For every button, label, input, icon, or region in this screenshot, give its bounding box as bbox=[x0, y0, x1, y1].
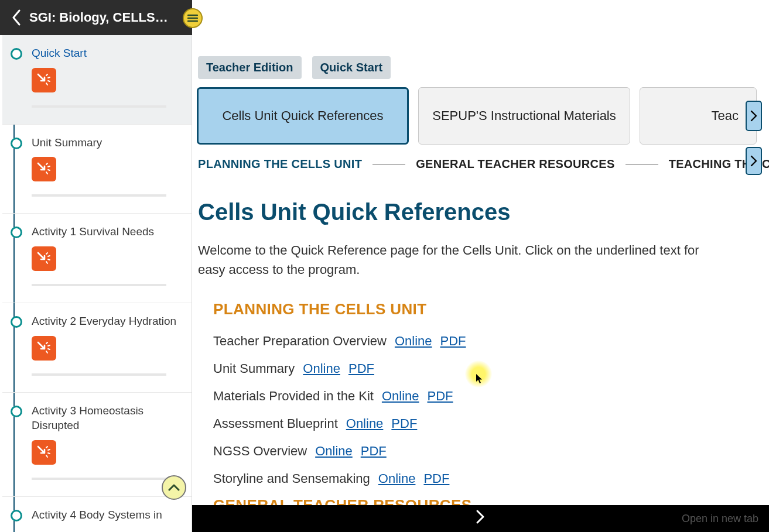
resource-row: NGSS OverviewOnlinePDF bbox=[213, 441, 725, 461]
carousel-next-button[interactable] bbox=[746, 101, 762, 131]
svg-line-16 bbox=[48, 345, 50, 346]
svg-line-22 bbox=[46, 455, 47, 457]
resource-link[interactable]: PDF bbox=[428, 389, 453, 403]
launch-icon[interactable] bbox=[32, 246, 56, 271]
header-bar: SGI: Biology, CELLS Teac... bbox=[0, 0, 192, 35]
resource-label: Assessment Blueprint bbox=[213, 416, 338, 431]
chevron-right-icon bbox=[750, 110, 757, 122]
sidebar-item[interactable]: Activity 4 Body Systems in bbox=[2, 497, 192, 532]
nav-card[interactable]: Cells Unit Quick References bbox=[197, 87, 409, 145]
divider bbox=[32, 478, 166, 480]
resource-link[interactable]: PDF bbox=[391, 416, 417, 431]
section-nav-next-button[interactable] bbox=[746, 147, 762, 175]
svg-line-20 bbox=[48, 449, 50, 450]
divider bbox=[372, 164, 405, 165]
page-title: Cells Unit Quick References bbox=[198, 199, 725, 225]
footer-next-button[interactable] bbox=[475, 509, 487, 529]
sidebar-item-label: Activity 2 Everyday Hydration bbox=[32, 314, 180, 329]
section-nav-item[interactable]: GENERAL TEACHER RESOURCES bbox=[416, 157, 614, 171]
sidebar-item[interactable]: Activity 2 Everyday Hydration bbox=[2, 303, 192, 393]
resource-row: Storyline and SensemakingOnlinePDF bbox=[213, 469, 725, 488]
menu-toggle-button[interactable] bbox=[183, 8, 203, 28]
footer-bar: Open in new tab bbox=[192, 505, 769, 532]
sidebar-item-label: Unit Summary bbox=[32, 135, 180, 150]
sidebar-item[interactable]: Activity 1 Survival Needs bbox=[2, 214, 192, 303]
divider bbox=[626, 164, 658, 165]
svg-line-10 bbox=[46, 172, 47, 174]
breadcrumb-item[interactable]: Teacher Edition bbox=[198, 56, 302, 79]
svg-line-12 bbox=[48, 256, 50, 256]
resource-link[interactable]: Online bbox=[346, 416, 384, 431]
resource-link[interactable]: Online bbox=[378, 471, 416, 486]
scroll-up-button[interactable] bbox=[162, 475, 186, 500]
nav-card[interactable]: Teac bbox=[640, 87, 757, 145]
resource-label: Unit Summary bbox=[213, 361, 295, 376]
sidebar-item-label: Activity 1 Survival Needs bbox=[32, 224, 180, 239]
resource-link[interactable]: PDF bbox=[361, 444, 387, 458]
main-content: Teacher EditionQuick Start Cells Unit Qu… bbox=[192, 35, 769, 532]
nav-card[interactable]: SEPUP'S Instructional Materials bbox=[418, 87, 630, 145]
back-button[interactable] bbox=[8, 9, 25, 26]
resource-label: Storyline and Sensemaking bbox=[213, 471, 370, 486]
timeline-dot-icon bbox=[11, 406, 22, 417]
sidebar-item[interactable]: Quick Start bbox=[2, 35, 192, 125]
svg-line-17 bbox=[48, 349, 50, 349]
card-carousel: Cells Unit Quick ReferencesSEPUP'S Instr… bbox=[192, 87, 769, 145]
resource-link[interactable]: PDF bbox=[423, 471, 449, 486]
hamburger-icon bbox=[187, 14, 198, 22]
svg-line-3 bbox=[46, 74, 47, 75]
resource-link[interactable]: PDF bbox=[440, 334, 466, 348]
resource-row: Unit SummaryOnlinePDF bbox=[213, 359, 725, 378]
resource-label: Teacher Preparation Overview bbox=[213, 334, 387, 348]
page-intro: Welcome to the Quick Reference page for … bbox=[198, 241, 725, 279]
header-title: SGI: Biology, CELLS Teac... bbox=[29, 10, 170, 25]
divider bbox=[32, 105, 166, 108]
svg-line-13 bbox=[48, 259, 50, 260]
timeline-dot-icon bbox=[11, 48, 22, 60]
resource-link[interactable]: Online bbox=[382, 389, 419, 403]
chevron-right-icon bbox=[750, 155, 757, 167]
svg-line-5 bbox=[48, 81, 50, 81]
svg-line-18 bbox=[46, 351, 47, 353]
launch-icon[interactable] bbox=[32, 68, 56, 92]
timeline-dot-icon bbox=[11, 138, 22, 149]
timeline-dot-icon bbox=[11, 316, 22, 328]
divider bbox=[32, 194, 166, 197]
breadcrumb-item[interactable]: Quick Start bbox=[312, 56, 391, 79]
chevron-left-icon bbox=[11, 9, 22, 26]
section-nav-item[interactable]: PLANNING THE CELLS UNIT bbox=[198, 157, 362, 171]
divider bbox=[32, 284, 166, 286]
launch-icon[interactable] bbox=[32, 157, 56, 181]
page-body: Cells Unit Quick References Welcome to t… bbox=[192, 176, 743, 532]
open-new-tab-link[interactable]: Open in new tab bbox=[682, 513, 758, 525]
chevron-right-icon bbox=[475, 509, 487, 525]
timeline-dot-icon bbox=[11, 510, 22, 521]
resource-list: Teacher Preparation OverviewOnlinePDFUni… bbox=[213, 331, 725, 488]
svg-line-14 bbox=[46, 262, 47, 263]
resource-link[interactable]: PDF bbox=[348, 361, 374, 376]
svg-line-7 bbox=[46, 163, 47, 164]
svg-line-19 bbox=[46, 447, 47, 448]
resource-label: Materials Provided in the Kit bbox=[213, 389, 374, 403]
resource-link[interactable]: Online bbox=[303, 361, 340, 376]
svg-line-15 bbox=[46, 342, 47, 344]
resource-row: Teacher Preparation OverviewOnlinePDF bbox=[213, 331, 725, 351]
sidebar[interactable]: Quick StartUnit SummaryActivity 1 Surviv… bbox=[0, 35, 192, 532]
svg-line-21 bbox=[48, 453, 50, 454]
launch-icon[interactable] bbox=[32, 440, 56, 465]
sidebar-item[interactable]: Unit Summary bbox=[2, 125, 192, 214]
svg-line-4 bbox=[48, 77, 50, 78]
svg-line-6 bbox=[46, 83, 47, 85]
resource-label: NGSS Overview bbox=[213, 444, 307, 458]
divider bbox=[32, 373, 166, 376]
chevron-up-icon bbox=[168, 483, 180, 492]
sidebar-item-label: Quick Start bbox=[32, 46, 180, 61]
resource-link[interactable]: Online bbox=[395, 334, 432, 348]
resource-row: Assessment BlueprintOnlinePDF bbox=[213, 414, 725, 433]
section-heading: PLANNING THE CELLS UNIT bbox=[213, 300, 725, 318]
sidebar-item-label: Activity 4 Body Systems in bbox=[32, 507, 180, 523]
sidebar-item-label: Activity 3 Homeostasis Disrupted bbox=[32, 403, 180, 433]
launch-icon[interactable] bbox=[32, 336, 56, 361]
resource-link[interactable]: Online bbox=[315, 444, 353, 458]
svg-line-9 bbox=[48, 170, 50, 170]
